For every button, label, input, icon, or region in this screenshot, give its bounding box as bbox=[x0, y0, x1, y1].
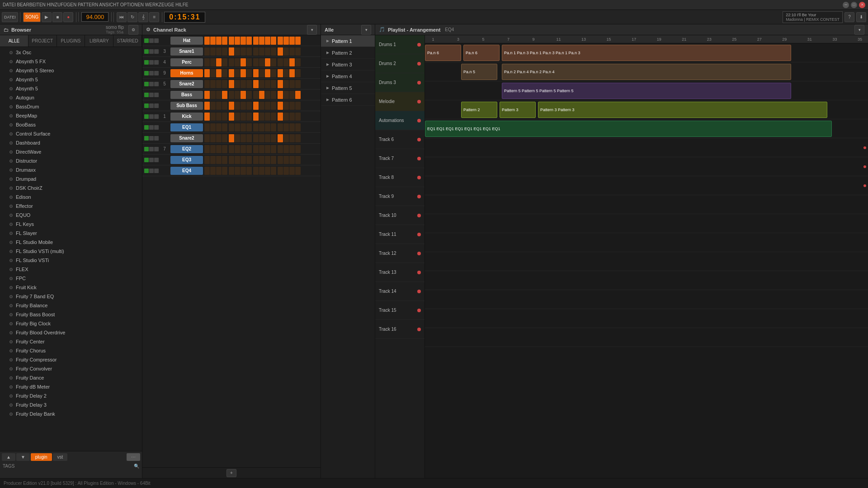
channel-solo-btn[interactable] bbox=[154, 136, 159, 141]
channel-name[interactable]: Sub Bass bbox=[170, 102, 203, 110]
track-label[interactable]: Track 9 bbox=[375, 187, 425, 206]
channel-solo-btn[interactable] bbox=[154, 49, 159, 54]
step-button[interactable] bbox=[259, 37, 264, 45]
play-button[interactable]: ▶ bbox=[42, 12, 52, 22]
step-button[interactable] bbox=[235, 102, 240, 110]
track-row[interactable] bbox=[425, 328, 868, 347]
track-label[interactable]: Track 7 bbox=[375, 149, 425, 168]
browser-item[interactable]: ⚙DirectWave bbox=[0, 147, 142, 156]
channel-mute-btn[interactable] bbox=[149, 158, 154, 162]
record-button[interactable]: ● bbox=[63, 12, 73, 22]
channel-active-btn[interactable] bbox=[144, 38, 149, 43]
step-button[interactable] bbox=[295, 156, 301, 164]
step-button[interactable] bbox=[210, 134, 216, 142]
step-button[interactable] bbox=[222, 134, 227, 142]
channel-solo-btn[interactable] bbox=[154, 125, 159, 130]
browser-item[interactable]: ⚙FLEX bbox=[0, 265, 142, 274]
step-button[interactable] bbox=[229, 145, 234, 153]
channel-solo-btn[interactable] bbox=[154, 103, 159, 108]
step-button[interactable] bbox=[222, 113, 227, 121]
browser-item[interactable]: ⚙Control Surface bbox=[0, 129, 142, 138]
channel-active-btn[interactable] bbox=[144, 147, 149, 151]
step-button[interactable] bbox=[259, 113, 264, 121]
step-button[interactable] bbox=[278, 91, 283, 99]
browser-item[interactable]: ⚙Dashboard bbox=[0, 138, 142, 147]
track-dot[interactable] bbox=[417, 309, 421, 312]
browser-item[interactable]: ⚙Fruity Big Clock bbox=[0, 319, 142, 328]
step-button[interactable] bbox=[246, 47, 252, 56]
step-button[interactable] bbox=[271, 156, 276, 164]
step-button[interactable] bbox=[222, 123, 227, 131]
channel-solo-btn[interactable] bbox=[154, 158, 159, 162]
step-button[interactable] bbox=[278, 145, 283, 153]
step-button[interactable] bbox=[295, 102, 301, 110]
step-button[interactable] bbox=[283, 145, 289, 153]
step-button[interactable] bbox=[289, 167, 295, 175]
channel-active-btn[interactable] bbox=[144, 93, 149, 97]
track-dot[interactable] bbox=[417, 290, 421, 293]
step-button[interactable] bbox=[278, 167, 283, 175]
step-button[interactable] bbox=[278, 134, 283, 142]
update-button[interactable]: ⬇ bbox=[856, 12, 866, 22]
step-button[interactable] bbox=[283, 156, 289, 164]
step-button[interactable] bbox=[271, 123, 276, 131]
step-button[interactable] bbox=[265, 58, 270, 66]
step-button[interactable] bbox=[229, 102, 234, 110]
tab-alle[interactable]: ALLE bbox=[0, 35, 28, 47]
search-icon[interactable]: 🔍 bbox=[134, 464, 139, 469]
step-button[interactable] bbox=[265, 113, 270, 121]
track-block[interactable]: Pa.n 2 Pa.n 4 Pa.n 2 Pa.n 4 bbox=[502, 64, 791, 80]
step-button[interactable] bbox=[204, 47, 210, 56]
channel-name[interactable]: Snare1 bbox=[170, 47, 203, 56]
step-button[interactable] bbox=[241, 58, 246, 66]
browser-item[interactable]: ⚙FL Studio VSTi (multi) bbox=[0, 247, 142, 256]
step-button[interactable] bbox=[235, 156, 240, 164]
track-row[interactable]: Pattern 5 Pattern 5 Pattern 5 Pattern 5 bbox=[425, 81, 868, 100]
step-button[interactable] bbox=[283, 80, 289, 88]
step-button[interactable] bbox=[253, 91, 259, 99]
pattern-item[interactable]: ▶Pattern 2 bbox=[321, 47, 375, 59]
browser-item[interactable]: ⚙Drumaxx bbox=[0, 165, 142, 174]
step-button[interactable] bbox=[289, 37, 295, 45]
step-button[interactable] bbox=[259, 47, 264, 56]
step-button[interactable] bbox=[241, 167, 246, 175]
channel-solo-btn[interactable] bbox=[154, 38, 159, 43]
step-button[interactable] bbox=[216, 167, 222, 175]
step-button[interactable] bbox=[222, 167, 227, 175]
track-label[interactable]: Track 15 bbox=[375, 301, 425, 320]
track-dot[interactable] bbox=[417, 214, 421, 217]
browser-item[interactable]: ⚙FL Slayer bbox=[0, 229, 142, 238]
track-label[interactable]: Drums 3 bbox=[375, 73, 425, 92]
step-button[interactable] bbox=[246, 123, 252, 131]
step-button[interactable] bbox=[283, 58, 289, 66]
step-button[interactable] bbox=[259, 123, 264, 131]
track-row[interactable] bbox=[425, 290, 868, 309]
channel-name[interactable]: Horns bbox=[170, 69, 203, 77]
step-button[interactable] bbox=[289, 102, 295, 110]
step-button[interactable] bbox=[271, 69, 276, 77]
channel-mute-btn[interactable] bbox=[149, 49, 154, 54]
channel-solo-btn[interactable] bbox=[154, 82, 159, 86]
channel-active-btn[interactable] bbox=[144, 125, 149, 130]
step-button[interactable] bbox=[241, 69, 246, 77]
channel-mute-btn[interactable] bbox=[149, 38, 154, 43]
track-row[interactable] bbox=[425, 214, 868, 233]
channel-mute-btn[interactable] bbox=[149, 147, 154, 151]
step-button[interactable] bbox=[204, 37, 210, 45]
browser-item[interactable]: ⚙Fruity Bass Boost bbox=[0, 310, 142, 319]
track-block[interactable]: Pa.n 6 bbox=[425, 45, 461, 61]
step-button[interactable] bbox=[222, 156, 227, 164]
track-dot[interactable] bbox=[417, 138, 421, 141]
step-button[interactable] bbox=[246, 102, 252, 110]
step-button[interactable] bbox=[259, 80, 264, 88]
browser-item[interactable]: ⚙EQUO bbox=[0, 211, 142, 220]
step-button[interactable] bbox=[204, 102, 210, 110]
browser-item[interactable]: ⚙Autogun bbox=[0, 93, 142, 102]
step-button[interactable] bbox=[259, 156, 264, 164]
channel-active-btn[interactable] bbox=[144, 136, 149, 141]
step-button[interactable] bbox=[229, 91, 234, 99]
step-button[interactable] bbox=[278, 58, 283, 66]
step-button[interactable] bbox=[204, 91, 210, 99]
step-button[interactable] bbox=[204, 113, 210, 121]
channel-mute-btn[interactable] bbox=[149, 114, 154, 119]
